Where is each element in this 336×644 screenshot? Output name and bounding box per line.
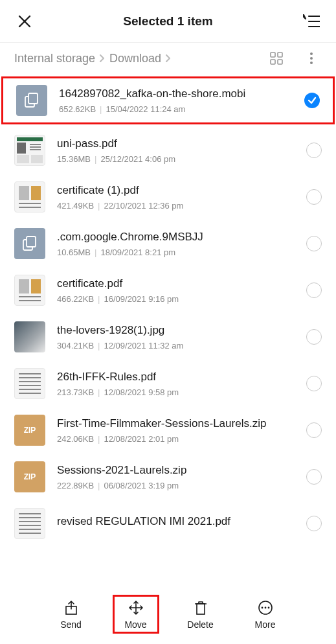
file-meta: 242.06KB|12/08/2021 2:01 pm: [57, 434, 295, 444]
file-meta: 213.73KB|12/08/2021 9:58 pm: [57, 387, 295, 397]
share-icon: [63, 600, 79, 615]
svg-rect-15: [197, 604, 205, 614]
file-icon: [14, 508, 45, 539]
chevron-right-icon: [164, 54, 173, 63]
close-icon[interactable]: [14, 11, 35, 32]
svg-rect-5: [271, 60, 275, 64]
file-meta: 15.36MB|25/12/2021 4:06 pm: [57, 154, 295, 164]
svg-point-9: [310, 62, 313, 64]
svg-rect-6: [278, 60, 282, 64]
list-item[interactable]: ZIP First-Time-Filmmaker-Sessions-Laurel…: [0, 407, 336, 454]
highlight-box: [113, 595, 159, 634]
breadcrumb-folder[interactable]: Download: [109, 52, 161, 65]
grid-view-icon[interactable]: [266, 48, 287, 69]
checkbox-icon[interactable]: [306, 282, 322, 298]
file-name: 1642897082_kafka-on-the-shore.mobi: [59, 87, 293, 100]
checkbox-icon[interactable]: [306, 329, 322, 345]
file-meta: 304.21KB|12/09/2021 11:32 am: [57, 341, 295, 351]
checkbox-icon[interactable]: [306, 376, 322, 391]
file-name: Sessions-2021-Laurels.zip: [57, 464, 295, 477]
checkbox-icon[interactable]: [306, 422, 322, 438]
toolbar-label: Delete: [187, 619, 213, 630]
file-icon: [14, 135, 45, 166]
toolbar-label: Send: [60, 619, 82, 630]
delete-button[interactable]: Delete: [181, 600, 220, 630]
file-icon: [14, 275, 45, 306]
file-name: uni-pass.pdf: [57, 137, 295, 150]
svg-rect-4: [278, 52, 282, 57]
header: Selected 1 item: [0, 0, 336, 43]
file-name: .com.google.Chrome.9MSBJJ: [57, 231, 295, 244]
file-meta: 10.65MB|18/09/2021 8:21 pm: [57, 247, 295, 257]
checkbox-icon[interactable]: [306, 516, 322, 531]
file-name: First-Time-Filmmaker-Sessions-Laurels.zi…: [57, 417, 295, 430]
svg-rect-11: [28, 93, 38, 104]
send-button[interactable]: Send: [52, 600, 91, 630]
file-meta: 466.22KB|16/09/2021 9:16 pm: [57, 294, 295, 304]
page-title: Selected 1 item: [123, 14, 212, 29]
file-name: revised REGULATION IMI 2021.pdf: [57, 515, 295, 528]
breadcrumb: Internal storage Download: [0, 43, 336, 74]
list-item[interactable]: .com.google.Chrome.9MSBJJ 10.65MB|18/09/…: [0, 220, 336, 267]
file-name: 26th-IFFK-Rules.pdf: [57, 371, 295, 384]
list-item[interactable]: ZIP Sessions-2021-Laurels.zip 222.89KB|0…: [0, 454, 336, 500]
checkbox-icon[interactable]: [306, 189, 322, 205]
list-item[interactable]: uni-pass.pdf 15.36MB|25/12/2021 4:06 pm: [0, 127, 336, 174]
checkbox-icon[interactable]: [304, 93, 320, 108]
more-horiz-icon: [258, 600, 273, 615]
file-meta: 421.49KB|22/10/2021 12:36 pm: [57, 201, 295, 211]
file-icon: [16, 85, 47, 116]
toolbar-label: More: [255, 619, 276, 630]
svg-point-19: [267, 607, 269, 609]
select-all-icon[interactable]: [301, 11, 322, 32]
file-icon: ZIP: [14, 415, 45, 446]
file-name: certificate (1).pdf: [57, 184, 295, 197]
file-meta: 222.89KB|06/08/2021 3:19 pm: [57, 481, 295, 490]
svg-point-17: [261, 607, 263, 609]
svg-rect-3: [271, 52, 275, 57]
more-button[interactable]: More: [246, 600, 285, 630]
file-icon: [14, 321, 45, 352]
chevron-right-icon: [98, 54, 107, 63]
svg-point-18: [264, 607, 266, 609]
file-icon: [14, 228, 45, 259]
list-item[interactable]: certificate.pdf 466.22KB|16/09/2021 9:16…: [0, 267, 336, 314]
checkbox-icon[interactable]: [306, 143, 322, 158]
file-icon: [14, 368, 45, 399]
trash-icon: [193, 600, 208, 615]
svg-point-8: [310, 57, 313, 60]
file-meta: 652.62KB|15/04/2022 11:24 am: [59, 104, 293, 114]
list-item[interactable]: the-lovers-1928(1).jpg 304.21KB|12/09/20…: [0, 314, 336, 360]
file-list: 1642897082_kafka-on-the-shore.mobi 652.6…: [0, 74, 336, 586]
checkbox-icon[interactable]: [306, 236, 322, 251]
breadcrumb-root[interactable]: Internal storage: [14, 52, 95, 65]
list-item[interactable]: 1642897082_kafka-on-the-shore.mobi 652.6…: [1, 76, 335, 124]
list-item[interactable]: 26th-IFFK-Rules.pdf 213.73KB|12/08/2021 …: [0, 360, 336, 407]
svg-rect-13: [27, 236, 36, 247]
file-icon: [14, 181, 45, 213]
checkbox-icon[interactable]: [306, 469, 322, 485]
list-item[interactable]: certificate (1).pdf 421.49KB|22/10/2021 …: [0, 174, 336, 220]
file-name: certificate.pdf: [57, 277, 295, 290]
file-name: the-lovers-1928(1).jpg: [57, 324, 295, 337]
list-item[interactable]: revised REGULATION IMI 2021.pdf: [0, 500, 336, 547]
toolbar: Send Move Delete More: [0, 586, 336, 644]
file-icon: ZIP: [14, 461, 45, 492]
more-vert-icon[interactable]: [301, 48, 322, 69]
svg-point-7: [310, 52, 313, 55]
